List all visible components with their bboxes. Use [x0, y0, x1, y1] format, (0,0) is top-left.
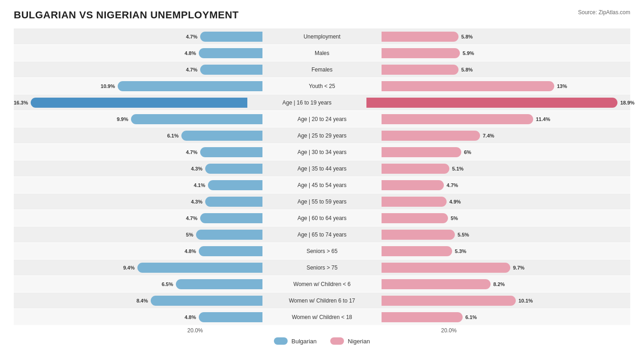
pink-bar-container: 5.9% — [382, 48, 630, 58]
left-value: 4.8% — [185, 314, 196, 320]
pink-bar-container: 7.4% — [382, 131, 630, 141]
left-value: 4.3% — [191, 166, 202, 171]
pink-bar — [382, 81, 554, 91]
bar-area: 10.9% Youth < 25 13% — [14, 78, 630, 94]
blue-bar — [118, 81, 262, 91]
left-section: 8.4% — [14, 292, 262, 308]
left-value: 9.4% — [123, 265, 135, 270]
pink-bar — [382, 65, 458, 75]
blue-bar — [131, 114, 262, 124]
right-section: 4.7% — [382, 177, 630, 193]
pink-bar — [382, 114, 533, 124]
bar-area: 9.9% Age | 20 to 24 years 11.4% — [14, 111, 630, 127]
bar-area: 16.3% Age | 16 to 19 years 18.9% — [14, 94, 634, 110]
right-section: 4.9% — [382, 193, 630, 209]
left-value: 4.7% — [186, 215, 197, 221]
right-section: 6.1% — [382, 309, 630, 325]
bar-area: 4.8% Seniors > 65 5.3% — [14, 243, 630, 259]
row-label: Age | 60 to 64 years — [262, 215, 382, 221]
pink-bar — [382, 180, 444, 190]
blue-bar-container: 4.3% — [14, 197, 262, 207]
blue-bar-container: 8.4% — [14, 296, 262, 306]
right-value: 5.3% — [455, 248, 466, 254]
legend-bulgarian: Bulgarian — [274, 337, 317, 345]
table-row: 4.7% Females 5.8% — [14, 61, 630, 78]
chart-source: Source: ZipAtlas.com — [578, 9, 630, 16]
chart-container: BULGARIAN VS NIGERIAN UNEMPLOYMENT Sourc… — [14, 9, 630, 345]
blue-bar — [200, 32, 262, 42]
blue-bar — [199, 246, 262, 256]
axis-right-label: 20.0% — [441, 327, 457, 334]
bar-area: 4.3% Age | 35 to 44 years 5.1% — [14, 160, 630, 176]
right-section: 8.2% — [382, 276, 630, 292]
row-label: Youth < 25 — [262, 83, 382, 89]
row-label: Age | 16 to 19 years — [247, 99, 366, 106]
axis-left: 20.0% — [14, 327, 262, 334]
row-label: Unemployment — [262, 33, 382, 40]
pink-bar-container: 18.9% — [366, 98, 634, 108]
blue-bar — [200, 147, 262, 157]
bar-area: 9.4% Seniors > 75 9.7% — [14, 259, 630, 275]
left-section: 4.3% — [14, 193, 262, 209]
left-value: 16.3% — [14, 100, 28, 105]
left-section: 4.3% — [14, 160, 262, 176]
blue-bar-container: 6.5% — [14, 279, 262, 289]
row-label: Males — [262, 50, 382, 56]
blue-bar — [205, 164, 262, 174]
blue-bar — [199, 48, 262, 58]
bar-area: 4.7% Age | 60 to 64 years 5% — [14, 210, 630, 226]
pink-bar — [382, 147, 461, 157]
left-section: 4.8% — [14, 45, 262, 61]
table-row: 4.8% Seniors > 65 5.3% — [14, 243, 630, 259]
row-label: Age | 25 to 29 years — [262, 132, 382, 139]
left-section: 4.1% — [14, 177, 262, 193]
blue-bar-container: 9.4% — [14, 263, 262, 273]
pink-bar — [382, 279, 491, 289]
bar-area: 4.7% Unemployment 5.8% — [14, 28, 630, 44]
table-row: 6.5% Women w/ Children < 6 8.2% — [14, 276, 630, 292]
left-section: 9.9% — [14, 111, 262, 127]
pink-bar-container: 4.9% — [382, 197, 630, 207]
pink-bar — [382, 164, 449, 174]
pink-bar-container: 13% — [382, 81, 630, 91]
pink-bar — [382, 230, 455, 240]
left-value: 4.7% — [186, 34, 197, 39]
blue-bar-container: 10.9% — [14, 81, 262, 91]
right-value: 5.8% — [461, 67, 473, 72]
row-label: Age | 30 to 34 years — [262, 149, 382, 155]
right-value: 5.9% — [463, 50, 474, 56]
blue-bar-container: 6.1% — [14, 131, 262, 141]
left-section: 4.8% — [14, 243, 262, 259]
bar-area: 4.8% Males 5.9% — [14, 45, 630, 61]
right-value: 9.7% — [513, 265, 524, 270]
row-label: Seniors > 75 — [262, 264, 382, 271]
bar-area: 4.7% Age | 30 to 34 years 6% — [14, 144, 630, 160]
left-section: 4.8% — [14, 309, 262, 325]
right-value: 5.8% — [461, 34, 473, 39]
blue-bar-container: 4.8% — [14, 246, 262, 256]
blue-bar — [151, 296, 262, 306]
table-row: 16.3% Age | 16 to 19 years 18.9% — [14, 94, 630, 111]
row-label: Women w/ Children < 18 — [262, 314, 382, 320]
right-section: 7.4% — [382, 127, 630, 143]
right-section: 5.5% — [382, 226, 630, 242]
pink-bar-container: 4.7% — [382, 180, 630, 190]
right-section: 6% — [382, 144, 630, 160]
blue-bar-container: 4.7% — [14, 65, 262, 75]
left-value: 4.1% — [194, 182, 205, 188]
pink-bar-container: 10.1% — [382, 296, 630, 306]
axis-right: 20.0% — [382, 327, 630, 334]
bar-area: 4.3% Age | 55 to 59 years 4.9% — [14, 193, 630, 209]
bar-area: 4.1% Age | 45 to 54 years 4.7% — [14, 177, 630, 193]
legend-bulgarian-color — [274, 337, 288, 345]
left-value: 4.8% — [185, 248, 196, 254]
pink-bar — [382, 131, 480, 141]
blue-bar-container: 4.7% — [14, 213, 262, 223]
left-value: 4.7% — [186, 67, 197, 72]
pink-bar — [382, 263, 510, 273]
table-row: 4.7% Age | 60 to 64 years 5% — [14, 210, 630, 226]
right-section: 5% — [382, 210, 630, 226]
bar-area: 5% Age | 65 to 74 years 5.5% — [14, 226, 630, 242]
blue-bar — [196, 230, 262, 240]
pink-bar-container: 8.2% — [382, 279, 630, 289]
